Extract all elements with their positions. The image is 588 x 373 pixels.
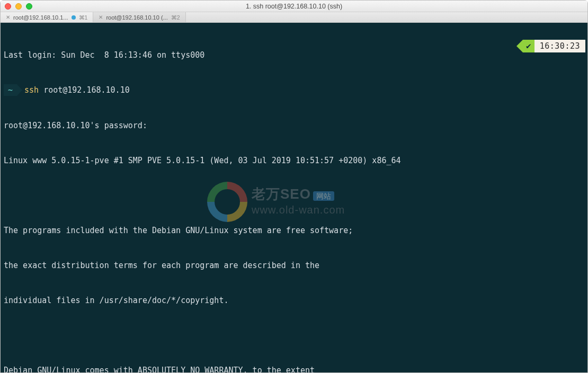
window-controls	[5, 3, 32, 10]
tab-strip: ✕ root@192.168.10.1... ⌘1 ✕ root@192.168…	[1, 12, 587, 23]
close-window-button[interactable]	[5, 3, 11, 10]
clock-time: 16:30:23	[534, 40, 585, 52]
terminal-line: Last login: Sun Dec 8 16:13:46 on ttys00…	[4, 49, 586, 61]
terminal-line: ~ssh root@192.168.10.10	[4, 84, 586, 96]
tab-close-icon[interactable]: ✕	[6, 14, 10, 20]
tab-shortcut: ⌘2	[171, 14, 180, 21]
watermark-logo-icon	[207, 182, 247, 222]
status-clock-badge: ✔ 16:30:23	[516, 40, 585, 52]
tab-1[interactable]: ✕ root@192.168.10.1... ⌘1	[1, 12, 93, 22]
terminal-line	[4, 330, 586, 341]
terminal-line: individual files in /usr/share/doc/*/cop…	[4, 295, 586, 306]
titlebar: 1. ssh root@192.168.10.10 (ssh)	[1, 1, 587, 12]
chevron-right-icon	[17, 84, 22, 96]
terminal-line: The programs included with the Debian GN…	[4, 225, 586, 236]
window-title: 1. ssh root@192.168.10.10 (ssh)	[1, 3, 587, 10]
terminal-line: Debian GNU/Linux comes with ABSOLUTELY N…	[4, 365, 586, 373]
app-window: 1. ssh root@192.168.10.10 (ssh) ✕ root@1…	[0, 0, 588, 373]
tab-activity-dot-icon	[72, 15, 76, 20]
terminal-line: the exact distribution terms for each pr…	[4, 260, 586, 271]
minimize-window-button[interactable]	[15, 3, 22, 10]
chevron-left-icon	[516, 40, 523, 52]
tab-close-icon[interactable]: ✕	[99, 14, 103, 20]
terminal-viewport[interactable]: Last login: Sun Dec 8 16:13:46 on ttys00…	[1, 23, 587, 372]
terminal-line: Linux www 5.0.15-1-pve #1 SMP PVE 5.0.15…	[4, 155, 586, 166]
tab-shortcut: ⌘1	[79, 14, 88, 21]
command-arg: root@192.168.10.10	[39, 85, 130, 95]
terminal-line	[4, 190, 586, 201]
watermark-url: www.old-wan.com	[252, 204, 345, 216]
tab-label: root@192.168.10.1...	[13, 14, 68, 21]
tab-2[interactable]: ✕ root@192.168.10.10 (... ⌘2	[93, 12, 185, 22]
maximize-window-button[interactable]	[26, 3, 32, 10]
terminal-line: root@192.168.10.10's password:	[4, 120, 586, 131]
check-icon: ✔	[523, 40, 534, 52]
command-keyword: ssh	[24, 85, 39, 95]
prompt-cwd-pill: ~	[4, 84, 17, 96]
tab-label: root@192.168.10.10 (...	[106, 14, 167, 21]
watermark: 老万SEO网站 www.old-wan.com	[207, 182, 345, 222]
